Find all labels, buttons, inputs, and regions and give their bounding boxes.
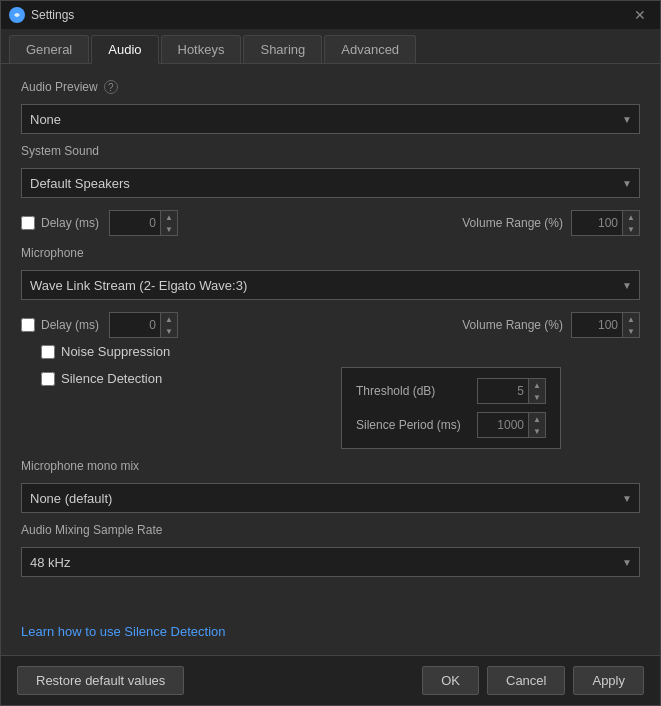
- mic-delay-up-btn[interactable]: ▲: [161, 313, 177, 325]
- silence-detection-label: Silence Detection: [41, 371, 171, 386]
- sample-rate-select-wrapper: 48 kHz ▼: [21, 547, 640, 577]
- silence-sub-panel: Threshold (dB) ▲ ▼ Silence Period (ms): [341, 367, 561, 449]
- footer-link-area: Learn how to use Silence Detection: [21, 604, 640, 639]
- silence-period-input[interactable]: [478, 416, 528, 434]
- microphone-label: Microphone: [21, 246, 640, 260]
- mic-volume-down-btn[interactable]: ▼: [623, 325, 639, 337]
- microphone-select[interactable]: Wave Link Stream (2- Elgato Wave:3): [21, 270, 640, 300]
- system-sound-select[interactable]: Default Speakers: [21, 168, 640, 198]
- system-volume-range: Volume Range (%) ▲ ▼: [462, 210, 640, 236]
- mic-volume-up-btn[interactable]: ▲: [623, 313, 639, 325]
- settings-window: Settings ✕ General Audio Hotkeys Sharing…: [0, 0, 661, 706]
- system-volume-down-btn[interactable]: ▼: [623, 223, 639, 235]
- content-area: Audio Preview ? None ▼ System Sound Defa…: [1, 64, 660, 655]
- cancel-button[interactable]: Cancel: [487, 666, 565, 695]
- mic-delay-input[interactable]: [110, 316, 160, 334]
- help-icon[interactable]: ?: [104, 80, 118, 94]
- silence-detection-link[interactable]: Learn how to use Silence Detection: [21, 624, 226, 639]
- bottom-bar: Restore default values OK Cancel Apply: [1, 655, 660, 705]
- mono-mix-select[interactable]: None (default): [21, 483, 640, 513]
- title-bar-left: Settings: [9, 7, 74, 23]
- silence-period-row: Silence Period (ms) ▲ ▼: [356, 412, 546, 438]
- app-icon: [9, 7, 25, 23]
- microphone-options: Noise Suppression Silence Detection Thre…: [21, 344, 640, 449]
- threshold-input[interactable]: [478, 382, 528, 400]
- tab-bar: General Audio Hotkeys Sharing Advanced: [1, 29, 660, 64]
- mic-delay-spin-buttons: ▲ ▼: [160, 313, 177, 337]
- system-delay-checkbox[interactable]: [21, 216, 35, 230]
- mic-volume-spin-buttons: ▲ ▼: [622, 313, 639, 337]
- system-delay-spinner: ▲ ▼: [109, 210, 178, 236]
- system-sound-label: System Sound: [21, 144, 640, 158]
- audio-preview-select[interactable]: None: [21, 104, 640, 134]
- close-button[interactable]: ✕: [628, 5, 652, 25]
- apply-button[interactable]: Apply: [573, 666, 644, 695]
- system-sound-controls: Delay (ms) ▲ ▼ Volume Range (%) ▲: [21, 210, 640, 236]
- mono-mix-section: Microphone mono mix None (default) ▼: [21, 459, 640, 513]
- noise-suppression-label: Noise Suppression: [41, 344, 640, 359]
- tab-audio[interactable]: Audio: [91, 35, 158, 64]
- restore-defaults-button[interactable]: Restore default values: [17, 666, 184, 695]
- sample-rate-section: Audio Mixing Sample Rate 48 kHz ▼: [21, 523, 640, 577]
- system-delay-checkbox-label: Delay (ms): [21, 216, 99, 230]
- silence-detection-row: Silence Detection Threshold (dB) ▲ ▼: [41, 367, 640, 449]
- silence-period-spin-buttons: ▲ ▼: [528, 413, 545, 437]
- microphone-controls: Delay (ms) ▲ ▼ Volume Range (%) ▲: [21, 312, 640, 338]
- tab-hotkeys[interactable]: Hotkeys: [161, 35, 242, 63]
- microphone-section: Microphone Wave Link Stream (2- Elgato W…: [21, 246, 640, 449]
- dialog-buttons: OK Cancel Apply: [422, 666, 644, 695]
- sample-rate-select[interactable]: 48 kHz: [21, 547, 640, 577]
- system-sound-section: System Sound Default Speakers ▼ Delay (m…: [21, 144, 640, 236]
- mono-mix-select-wrapper: None (default) ▼: [21, 483, 640, 513]
- audio-preview-select-wrapper: None ▼: [21, 104, 640, 134]
- threshold-spin-buttons: ▲ ▼: [528, 379, 545, 403]
- mic-delay-checkbox-label: Delay (ms): [21, 318, 99, 332]
- threshold-down-btn[interactable]: ▼: [529, 391, 545, 403]
- system-delay-input[interactable]: [110, 214, 160, 232]
- tab-advanced[interactable]: Advanced: [324, 35, 416, 63]
- silence-period-up-btn[interactable]: ▲: [529, 413, 545, 425]
- mic-volume-range: Volume Range (%) ▲ ▼: [462, 312, 640, 338]
- threshold-spinner: ▲ ▼: [477, 378, 546, 404]
- system-volume-input[interactable]: [572, 214, 622, 232]
- silence-period-spinner: ▲ ▼: [477, 412, 546, 438]
- system-sound-select-wrapper: Default Speakers ▼: [21, 168, 640, 198]
- tab-sharing[interactable]: Sharing: [243, 35, 322, 63]
- mono-mix-label: Microphone mono mix: [21, 459, 640, 473]
- window-title: Settings: [31, 8, 74, 22]
- title-bar: Settings ✕: [1, 1, 660, 29]
- silence-detection-checkbox[interactable]: [41, 372, 55, 386]
- tab-general[interactable]: General: [9, 35, 89, 63]
- microphone-select-wrapper: Wave Link Stream (2- Elgato Wave:3) ▼: [21, 270, 640, 300]
- mic-delay-down-btn[interactable]: ▼: [161, 325, 177, 337]
- system-delay-down-btn[interactable]: ▼: [161, 223, 177, 235]
- system-delay-up-btn[interactable]: ▲: [161, 211, 177, 223]
- system-volume-up-btn[interactable]: ▲: [623, 211, 639, 223]
- audio-preview-label: Audio Preview ?: [21, 80, 640, 94]
- system-delay-spin-buttons: ▲ ▼: [160, 211, 177, 235]
- noise-suppression-checkbox[interactable]: [41, 345, 55, 359]
- ok-button[interactable]: OK: [422, 666, 479, 695]
- silence-period-down-btn[interactable]: ▼: [529, 425, 545, 437]
- threshold-row: Threshold (dB) ▲ ▼: [356, 378, 546, 404]
- mic-volume-spinner: ▲ ▼: [571, 312, 640, 338]
- mic-delay-spinner: ▲ ▼: [109, 312, 178, 338]
- threshold-up-btn[interactable]: ▲: [529, 379, 545, 391]
- sample-rate-label: Audio Mixing Sample Rate: [21, 523, 640, 537]
- system-volume-spin-buttons: ▲ ▼: [622, 211, 639, 235]
- system-volume-spinner: ▲ ▼: [571, 210, 640, 236]
- mic-volume-input[interactable]: [572, 316, 622, 334]
- mic-delay-checkbox[interactable]: [21, 318, 35, 332]
- audio-preview-section: Audio Preview ? None ▼: [21, 80, 640, 134]
